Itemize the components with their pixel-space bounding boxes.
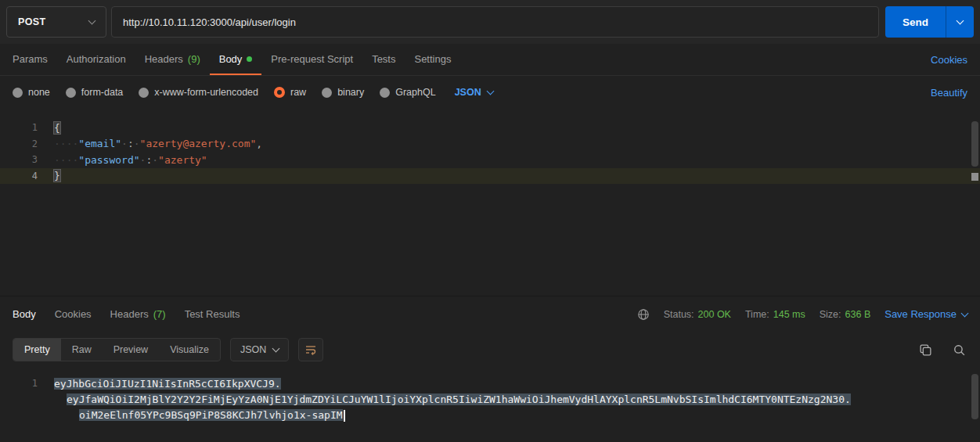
- method-label: POST: [18, 16, 46, 27]
- code-line: 1 {: [0, 120, 980, 136]
- radio-raw[interactable]: raw: [274, 87, 306, 98]
- time-pair: Time: 145 ms: [745, 309, 805, 320]
- response-tab-headers[interactable]: Headers (7): [101, 308, 175, 320]
- tab-headers[interactable]: Headers (9): [135, 44, 210, 75]
- size-pair: Size: 636 B: [820, 309, 870, 320]
- response-view-tabs: Pretty Raw Preview Visualize: [13, 338, 221, 361]
- wrap-lines-icon: [304, 343, 317, 356]
- response-tab-cookies[interactable]: Cookies: [45, 308, 101, 320]
- whitespace-dot: [152, 154, 158, 166]
- radio-x-www-form-urlencoded[interactable]: x-www-form-urlencoded: [139, 87, 258, 98]
- tab-body[interactable]: Body: [210, 44, 262, 75]
- response-language-select[interactable]: JSON: [230, 338, 289, 361]
- radio-icon: [322, 88, 332, 98]
- search-response-button[interactable]: [953, 343, 966, 357]
- response-line: oiM2eElnf05YPc9BSq9PiP8S8KCJh7lvhjo1x-sa…: [0, 408, 980, 424]
- response-line: 1 eyJhbGciOiJIUzI1NiIsInR5cCI6IkpXVCJ9.: [0, 376, 980, 392]
- network-globe-icon[interactable]: [637, 308, 650, 321]
- copy-icon: [919, 343, 932, 357]
- view-tab-preview[interactable]: Preview: [103, 339, 159, 361]
- radio-icon: [13, 88, 23, 98]
- code-line: 2 "email":"azerty@azerty.com",: [0, 136, 980, 153]
- json-string-value: "azerty@azerty.com": [140, 138, 257, 149]
- radio-none[interactable]: none: [13, 87, 50, 98]
- radio-binary[interactable]: binary: [322, 87, 364, 98]
- close-brace: }: [54, 170, 60, 181]
- code-line: 3 "password":"azerty": [0, 152, 980, 168]
- send-button[interactable]: Send: [885, 6, 946, 38]
- cookies-link[interactable]: Cookies: [931, 44, 967, 75]
- view-tab-pretty[interactable]: Pretty: [13, 339, 61, 361]
- body-content-dot: [247, 56, 252, 62]
- whitespace-dot: [121, 138, 128, 149]
- save-response-button[interactable]: Save Response: [885, 308, 967, 320]
- open-brace: {: [54, 122, 60, 134]
- jwt-token-part-1: eyJhbGciOiJIUzI1NiIsInR5cCI6IkpXVCJ9.: [54, 378, 281, 390]
- chevron-down-icon: [272, 345, 280, 353]
- tab-tests[interactable]: Tests: [362, 44, 405, 75]
- indent-whitespace: [54, 138, 78, 149]
- request-tabs-row: Params Authorization Headers (9) Body Pr…: [0, 44, 980, 76]
- status-pair: Status: 200 OK: [664, 309, 731, 320]
- response-tabs: Body Cookies Headers (7) Test Results: [3, 308, 249, 320]
- wrap-lines-button[interactable]: [298, 338, 323, 361]
- response-tab-test-results[interactable]: Test Results: [175, 308, 250, 320]
- tab-params[interactable]: Params: [3, 44, 57, 75]
- status-value: 200 OK: [698, 309, 731, 320]
- tab-settings[interactable]: Settings: [405, 44, 460, 75]
- line-number: 1: [0, 122, 49, 133]
- response-tab-body[interactable]: Body: [3, 308, 45, 320]
- response-header: Body Cookies Headers (7) Test Results St…: [0, 296, 980, 332]
- time-value: 145 ms: [773, 309, 805, 320]
- response-status-group: Status: 200 OK Time: 145 ms Size: 636 B …: [637, 308, 967, 321]
- line-number: 2: [0, 138, 49, 149]
- radio-graphql[interactable]: GraphQL: [380, 87, 435, 98]
- whitespace-dot: [134, 138, 140, 149]
- json-key: "email": [78, 138, 121, 149]
- radio-selected-icon: [274, 87, 285, 98]
- line-number: 4: [0, 171, 49, 181]
- response-line: eyJfaWQiOiI2MjBlY2Y2Y2FiMjEyYzA0NjE1Yjdm…: [0, 392, 980, 408]
- request-url-bar: POST Send: [0, 0, 980, 44]
- json-key: "password": [78, 154, 139, 166]
- line-number: 1: [0, 378, 49, 389]
- response-headers-count: (7): [153, 308, 166, 320]
- view-tab-raw[interactable]: Raw: [61, 339, 103, 361]
- view-tab-visualize[interactable]: Visualize: [159, 339, 220, 361]
- size-value: 636 B: [845, 309, 871, 320]
- search-icon: [953, 343, 966, 357]
- body-type-radios: none form-data x-www-form-urlencoded raw…: [13, 87, 493, 98]
- send-options-button[interactable]: [946, 6, 974, 38]
- copy-response-button[interactable]: [919, 343, 932, 357]
- chevron-down-icon: [486, 88, 494, 95]
- response-scrollbar[interactable]: [971, 374, 978, 419]
- jwt-token-part-3: oiM2eElnf05YPc9BSq9PiP8S8KCJh7lvhjo1x-sa…: [79, 409, 343, 421]
- request-tabs: Params Authorization Headers (9) Body Pr…: [3, 44, 460, 75]
- response-toolbar: Pretty Raw Preview Visualize JSON: [0, 332, 980, 368]
- radio-icon: [66, 88, 76, 98]
- editor-scrollbar[interactable]: [971, 121, 978, 167]
- code-line-current: 4 }: [0, 168, 980, 185]
- request-body-editor[interactable]: 1 { 2 "email":"azerty@azerty.com", 3 "pa…: [0, 109, 980, 296]
- tab-authorization[interactable]: Authorization: [57, 44, 135, 75]
- postman-request-view: POST Send Params Authorization Headers (…: [0, 0, 980, 442]
- radio-icon: [139, 88, 149, 98]
- body-type-row: none form-data x-www-form-urlencoded raw…: [0, 76, 980, 109]
- url-input[interactable]: [111, 6, 879, 38]
- json-string-value: "azerty": [158, 154, 207, 166]
- method-select[interactable]: POST: [6, 6, 106, 38]
- response-view-controls: Pretty Raw Preview Visualize JSON: [13, 338, 323, 361]
- radio-form-data[interactable]: form-data: [66, 87, 124, 98]
- jwt-token-part-2: eyJfaWQiOiI2MjBlY2Y2Y2FiMjEyYzA0NjE1Yjdm…: [67, 393, 851, 405]
- tab-pre-request-script[interactable]: Pre-request Script: [261, 44, 362, 75]
- editor-cursor-marker: [971, 173, 978, 181]
- response-actions: [919, 343, 966, 357]
- beautify-link[interactable]: Beautify: [931, 87, 967, 99]
- body-language-select[interactable]: JSON: [455, 87, 493, 98]
- text-cursor: [344, 410, 346, 422]
- radio-icon: [380, 88, 390, 98]
- response-body-viewer[interactable]: 1 eyJhbGciOiJIUzI1NiIsInR5cCI6IkpXVCJ9. …: [0, 368, 980, 442]
- line-number: 3: [0, 154, 49, 165]
- chevron-down-icon: [961, 309, 969, 317]
- chevron-down-icon: [88, 17, 96, 25]
